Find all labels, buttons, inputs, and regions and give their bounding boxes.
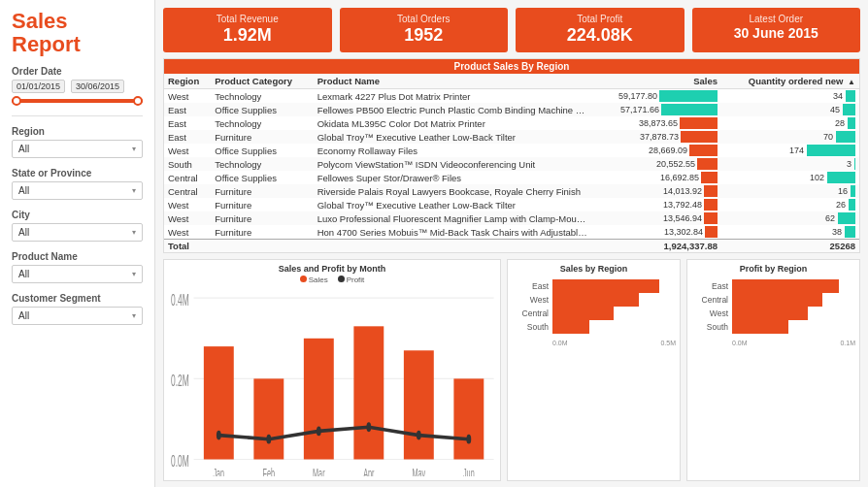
filter-order-date: Order Date 01/01/2015 30/06/2015: [12, 66, 143, 106]
cell-category: Technology: [211, 89, 313, 104]
table-row: South Technology Polycom ViewStation™ IS…: [164, 157, 859, 171]
region-label: East: [512, 281, 549, 291]
table-title: Product Sales By Region: [164, 59, 859, 74]
customer-segment-dropdown[interactable]: All ▾: [12, 307, 143, 325]
col-region[interactable]: Region: [164, 74, 211, 89]
region-bar: [732, 293, 822, 307]
filter-order-date-label: Order Date: [12, 66, 143, 77]
profit-region-area: East Central West South 0.0M 0.1M: [691, 276, 855, 476]
col-quantity[interactable]: Quantity ordered new ▲: [721, 74, 859, 89]
cell-sales: 14,013.92: [593, 184, 721, 198]
col-product-name[interactable]: Product Name: [314, 74, 593, 89]
cell-region: West: [164, 198, 211, 211]
svg-rect-8: [253, 379, 284, 460]
legend-profit: Profit: [338, 276, 365, 284]
region-bar-row: West: [512, 293, 676, 307]
svg-text:Feb: Feb: [263, 467, 275, 476]
region-label: East: [691, 281, 728, 291]
table-row: West Furniture Global Troy™ Executive Le…: [164, 198, 859, 211]
state-dropdown[interactable]: All ▾: [12, 181, 143, 200]
chevron-down-icon: ▾: [132, 228, 136, 237]
svg-text:0.2M: 0.2M: [171, 372, 189, 390]
svg-text:Apr: Apr: [363, 467, 374, 476]
cell-product-name: Global Troy™ Executive Leather Low-Back …: [314, 130, 593, 144]
region-bar: [732, 279, 839, 293]
filter-city-label: City: [12, 210, 143, 220]
cell-qty: 26: [721, 198, 859, 211]
table-row: West Furniture Hon 4700 Series Mobuis™ M…: [164, 225, 859, 240]
region-label: Central: [512, 308, 549, 318]
charts-row: Sales and Profit by Month Sales Profit 0…: [163, 259, 860, 481]
svg-text:0.4M: 0.4M: [171, 291, 189, 309]
cell-category: Furniture: [211, 130, 313, 144]
region-bar: [732, 307, 808, 320]
date-slider-track[interactable]: [12, 99, 143, 103]
region-dropdown[interactable]: All ▾: [12, 140, 143, 158]
kpi-orders-label: Total Orders: [350, 14, 499, 24]
table-row: East Furniture Global Troy™ Executive Le…: [164, 130, 859, 144]
kpi-latest-order-value: 30 June 2015: [702, 24, 851, 42]
region-label: Central: [691, 295, 728, 305]
date-from: 01/01/2015: [12, 80, 65, 93]
cell-category: Furniture: [211, 211, 313, 225]
chevron-down-icon: ▾: [132, 270, 136, 278]
product-name-dropdown[interactable]: All ▾: [12, 265, 143, 283]
kpi-latest-order: Latest Order 30 June 2015: [692, 8, 861, 52]
cell-product-name: Polycom ViewStation™ ISDN Videoconferenc…: [314, 157, 593, 171]
cell-category: Office Supplies: [211, 103, 313, 116]
region-bar-row: South: [691, 320, 855, 334]
profit-region-x1: 0.1M: [840, 340, 855, 346]
cell-product-name: Fellowes PB500 Electric Punch Plastic Co…: [314, 103, 593, 116]
sidebar: Sales Report Order Date 01/01/2015 30/06…: [0, 0, 155, 487]
svg-point-20: [317, 427, 321, 437]
table-row: Central Furniture Riverside Palais Royal…: [164, 184, 859, 198]
cell-product-name: Okidata ML395C Color Dot Matrix Printer: [314, 116, 593, 130]
region-label: South: [512, 322, 549, 332]
region-bar-row: Central: [512, 307, 676, 320]
sales-region-x1: 0.5M: [660, 340, 676, 346]
sales-region-title: Sales by Region: [512, 264, 676, 274]
cell-sales: 28,669.09: [593, 144, 721, 157]
main-content: Total Revenue 1.92M Total Orders 1952 To…: [155, 0, 868, 487]
cell-sales: 13,302.84: [593, 225, 721, 240]
chevron-down-icon: ▾: [132, 145, 136, 153]
slider-thumb-right[interactable]: [133, 96, 143, 106]
filter-customer-segment: Customer Segment All ▾: [12, 293, 143, 325]
col-sales[interactable]: Sales: [593, 74, 721, 89]
chart-legend: Sales Profit: [168, 276, 496, 284]
filter-region: Region All ▾: [12, 126, 143, 158]
monthly-chart: Sales and Profit by Month Sales Profit 0…: [163, 259, 501, 481]
cell-region: South: [164, 157, 211, 171]
filter-state: State or Province All ▾: [12, 168, 143, 200]
cell-region: East: [164, 103, 211, 116]
svg-rect-16: [453, 379, 484, 460]
cell-region: West: [164, 89, 211, 104]
kpi-orders: Total Orders 1952: [340, 8, 509, 52]
region-bar: [732, 320, 788, 334]
cell-qty: 3: [721, 157, 859, 171]
cell-region: East: [164, 130, 211, 144]
cell-region: West: [164, 225, 211, 240]
cell-region: Central: [164, 171, 211, 184]
chevron-down-icon: ▾: [132, 186, 136, 195]
total-qty: 25268: [721, 240, 859, 253]
cell-category: Furniture: [211, 225, 313, 240]
col-category[interactable]: Product Category: [211, 74, 313, 89]
cell-region: West: [164, 211, 211, 225]
profit-by-region-chart: Profit by Region East Central West South…: [686, 259, 860, 481]
filter-state-label: State or Province: [12, 168, 143, 179]
cell-sales: 16,692.85: [593, 171, 721, 184]
cell-sales: 20,552.55: [593, 157, 721, 171]
kpi-revenue-label: Total Revenue: [173, 14, 322, 24]
svg-text:Jun: Jun: [463, 467, 475, 476]
cell-product-name: Luxo Professional Fluorescent Magnifier …: [314, 211, 593, 225]
city-dropdown[interactable]: All ▾: [12, 223, 143, 242]
cell-category: Furniture: [211, 198, 313, 211]
cell-category: Technology: [211, 157, 313, 171]
profit-region-title: Profit by Region: [691, 264, 855, 274]
cell-region: Central: [164, 184, 211, 198]
slider-thumb-left[interactable]: [12, 96, 21, 106]
kpi-revenue-value: 1.92M: [173, 24, 322, 47]
region-bar: [552, 307, 614, 320]
sales-by-region-chart: Sales by Region East West Central South …: [507, 259, 681, 481]
